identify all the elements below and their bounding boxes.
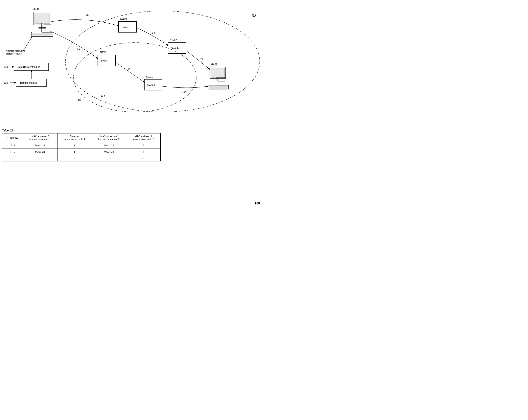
p1-label: P1 xyxy=(77,47,81,50)
sw12-label: SW12 xyxy=(146,75,153,78)
table-cell: • • • xyxy=(23,155,57,161)
p3-label: P3 xyxy=(182,90,186,93)
col-header-state1: States oftransmission route 1 xyxy=(57,133,92,142)
sw21-label: SW21 xyxy=(120,17,127,20)
table-cell: • • • xyxy=(126,155,161,161)
table-cell: T xyxy=(126,149,161,155)
p4-label: P4 xyxy=(86,14,89,17)
table-cell: IP_1 xyxy=(2,142,23,149)
arp-text-line2: protocol request xyxy=(6,53,22,55)
table-row: IP_1MAC_11TMAC_12T xyxy=(2,142,161,149)
ref-110-label: 110 xyxy=(76,99,81,102)
pm2-screen xyxy=(211,68,224,77)
p2-path xyxy=(116,62,144,82)
p4-path xyxy=(50,20,119,26)
table-row: IP_2MAC_21TMAC_22T xyxy=(2,149,161,155)
table-cell: MAC_12 xyxy=(92,142,126,149)
r2-ellipse xyxy=(65,11,260,112)
arp-text-line1: Address resolution xyxy=(6,49,25,52)
table-cell: • • • xyxy=(92,155,126,161)
r2-label: R2 xyxy=(252,14,256,17)
pm1-keyboard xyxy=(31,32,53,36)
pm1-screen xyxy=(35,13,50,24)
table-cell: T xyxy=(126,142,161,149)
sw22-text: Switch xyxy=(171,47,179,50)
table-cell: • • • xyxy=(2,155,23,161)
ref-120-label: 120 xyxy=(4,81,8,84)
arp-arrow xyxy=(22,37,32,53)
reference-number: 100 xyxy=(255,202,260,206)
table-area: Table (1) IP address MAC address oftrans… xyxy=(2,129,165,161)
table-cell: MAC_22 xyxy=(92,149,126,155)
routing-text: Routing module xyxy=(20,82,37,84)
table-header-row: IP address MAC address oftransmission ro… xyxy=(2,133,161,142)
col-header-state2: MAC address oftransmission route 2 xyxy=(126,133,161,142)
r1-label: R1 xyxy=(101,94,105,98)
table-cell: • • • xyxy=(57,155,92,161)
sw11-label: SW11 xyxy=(99,51,106,54)
p5-label: P5 xyxy=(152,31,156,34)
p6-path xyxy=(186,50,210,69)
pm2-keyboard xyxy=(208,85,228,89)
col-header-ip: IP address xyxy=(2,133,23,142)
table-cell: T xyxy=(57,142,92,149)
data-table: IP address MAC address oftransmission ro… xyxy=(2,133,161,161)
col-header-mac2: MAC address oftransmission route 2 xyxy=(92,133,126,142)
pm2-label: PM2 xyxy=(211,63,217,66)
table-caption: Table (1) xyxy=(2,129,165,132)
p2-label: P2 xyxy=(127,67,130,70)
sw21-text: Switch xyxy=(121,25,129,29)
p3-path xyxy=(162,86,208,88)
pm1-label: PM1 xyxy=(33,8,39,11)
pm1-monitor-base xyxy=(39,27,46,28)
p6-label: P6 xyxy=(200,57,203,60)
table-cell: MAC_11 xyxy=(23,142,57,149)
table-cell: T xyxy=(57,149,92,155)
sw12-text: Switch xyxy=(147,84,155,86)
table-cell: IP_2 xyxy=(2,149,23,155)
table-row: • • •• • •• • •• • •• • • xyxy=(2,155,161,161)
diagram-area: R2 R1 110 PM1 Switch SW21 Switch SW22 xyxy=(0,0,264,131)
r1-ellipse xyxy=(73,43,196,112)
path-dir-text: Path directory module xyxy=(17,66,40,68)
sw11-text: Switch xyxy=(101,59,108,62)
p1-path xyxy=(49,31,98,59)
table-cell: MAC_21 xyxy=(23,149,57,155)
ref-130-label: 130 xyxy=(4,65,8,68)
sw22-label: SW22 xyxy=(170,39,177,42)
p5-path xyxy=(136,28,168,46)
col-header-mac1: MAC address oftransmission route 1 xyxy=(23,133,57,142)
